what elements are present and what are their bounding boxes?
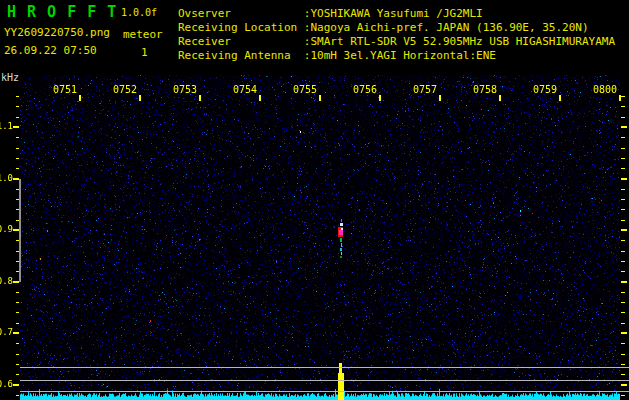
freq-minor-tick (16, 209, 19, 210)
freq-minor-tick (16, 189, 19, 190)
freq-minor-tick (16, 168, 19, 169)
freq-minor-tick (16, 312, 19, 313)
freq-minor-tick-right (621, 343, 625, 344)
freq-label: 0.8 (0, 276, 13, 286)
freq-minor-tick-right (621, 374, 625, 375)
freq-minor-tick (16, 374, 19, 375)
freq-major-tick (13, 178, 19, 180)
freq-minor-tick-right (621, 271, 625, 272)
freq-minor-tick-right (621, 117, 625, 118)
spectrogram-canvas (20, 75, 620, 400)
freq-minor-tick (16, 158, 19, 159)
freq-minor-tick (16, 292, 19, 293)
mode-label: meteor (123, 28, 163, 41)
freq-major-tick (13, 281, 19, 283)
freq-minor-tick-right (621, 312, 625, 313)
observation-datetime: 26.09.22 07:50 (4, 44, 97, 57)
freq-minor-tick-right (621, 354, 625, 355)
freq-minor-tick (16, 137, 19, 138)
freq-minor-tick-right (621, 323, 625, 324)
station-header: Ovserver :YOSHIKAWA Yasufumi /JG2MLIRece… (178, 7, 615, 63)
freq-minor-tick (16, 148, 19, 149)
freq-minor-tick-right (621, 158, 625, 159)
freq-major-tick (13, 229, 19, 231)
freq-minor-tick-right (621, 251, 625, 252)
output-filename: YY2609220750.png (4, 26, 110, 39)
freq-minor-tick-right (621, 189, 625, 190)
station-info-line: Receiving Location :Nagoya Aichi-pref. J… (178, 21, 615, 35)
station-info-line: Ovserver :YOSHIKAWA Yasufumi /JG2MLI (178, 7, 615, 21)
freq-unit-label: kHz (1, 72, 19, 83)
hrofft-screen: H R O F F T 1.0.0f YY2609220750.png mete… (0, 0, 629, 400)
freq-minor-tick (16, 240, 19, 241)
freq-minor-tick-right (621, 292, 625, 293)
freq-minor-tick (16, 343, 19, 344)
freq-minor-tick (16, 354, 19, 355)
freq-minor-tick-right (621, 148, 625, 149)
freq-minor-tick-right (621, 106, 625, 107)
freq-minor-tick-right (621, 137, 625, 138)
freq-minor-tick-right (621, 240, 625, 241)
freq-major-tick (13, 126, 19, 128)
meteor-count: 1 (141, 46, 148, 59)
freq-major-tick-right (621, 178, 627, 180)
freq-major-tick-right (621, 126, 627, 128)
app-title: H R O F F T (7, 3, 117, 21)
freq-minor-tick (16, 199, 19, 200)
freq-major-tick (13, 332, 19, 334)
freq-minor-tick-right (621, 96, 625, 97)
freq-major-tick-right (621, 229, 627, 231)
freq-minor-tick (16, 117, 19, 118)
freq-minor-tick (16, 395, 19, 396)
freq-minor-tick (16, 323, 19, 324)
freq-minor-tick (16, 220, 19, 221)
freq-minor-tick-right (621, 168, 625, 169)
freq-label: 0.6 (0, 379, 13, 389)
app-version: 1.0.0f (121, 7, 157, 18)
freq-minor-tick-right (621, 364, 625, 365)
freq-minor-tick-right (621, 220, 625, 221)
freq-minor-tick-right (621, 395, 625, 396)
station-info-line: Receiving Antenna :10mH 3el.YAGI Horizon… (178, 49, 615, 63)
freq-label: 0.7 (0, 327, 13, 337)
freq-minor-tick (16, 96, 19, 97)
freq-minor-tick-right (621, 199, 625, 200)
freq-label: 1.1 (0, 121, 13, 131)
station-info-line: Receiver :SMArt RTL-SDR V5 52.905MHz USB… (178, 35, 615, 49)
freq-minor-tick-right (621, 261, 625, 262)
freq-label: 0.9 (0, 224, 13, 234)
freq-major-tick-right (621, 281, 627, 283)
freq-major-tick (13, 384, 19, 386)
freq-major-tick-right (621, 332, 627, 334)
freq-minor-tick (16, 302, 19, 303)
freq-minor-tick (16, 271, 19, 272)
freq-major-tick-right (621, 384, 627, 386)
freq-minor-tick (16, 106, 19, 107)
freq-minor-tick (16, 251, 19, 252)
freq-minor-tick (16, 261, 19, 262)
freq-minor-tick-right (621, 302, 625, 303)
freq-minor-tick (16, 364, 19, 365)
freq-label: 1.0 (0, 173, 13, 183)
freq-minor-tick-right (621, 209, 625, 210)
